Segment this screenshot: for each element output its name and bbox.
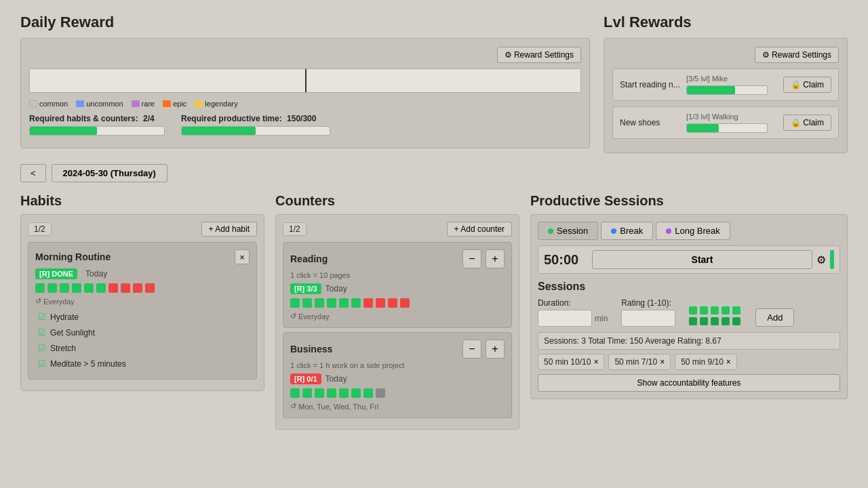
add-session-btn[interactable]: Add	[755, 308, 794, 327]
habit-dot	[72, 283, 81, 293]
counter-header-reading: Reading − +	[290, 249, 505, 268]
habits-title: Habits	[20, 193, 264, 209]
habit-frequency-0: ↺ Everyday	[35, 297, 250, 306]
counter-dot	[400, 298, 410, 308]
habit-dot	[60, 283, 69, 293]
legend-rare-label: rare	[142, 100, 155, 108]
lvl-reward-item-0: Start reading n... [3/5 lvl] Mike 🔒 Clai…	[612, 68, 839, 101]
counter-dot	[388, 298, 397, 308]
tab-session[interactable]: Session	[538, 222, 598, 240]
rating-input[interactable]	[621, 310, 675, 327]
habits-progress-fill	[30, 127, 97, 135]
tab-break[interactable]: Break	[601, 222, 653, 240]
claim-btn-1[interactable]: 🔒 Claim	[783, 115, 831, 131]
checkbox-icon-hydrate: ☑	[38, 312, 46, 322]
session-tags: 50 min 10/10 × 50 min 7/10 × 50 min 9/10…	[538, 354, 840, 370]
sessions-tab-row: Session Break Long Break	[538, 222, 840, 240]
counter-decrement-business[interactable]: −	[462, 340, 481, 359]
rating-dots	[689, 306, 742, 327]
lvl-reward-progress-fill-1	[687, 124, 719, 132]
reward-bar	[29, 68, 581, 93]
counter-dot	[302, 388, 312, 398]
stats-summary: Sessions: 3 Total Time: 150 Average Rati…	[538, 332, 840, 350]
session-tag-close-0[interactable]: ×	[593, 357, 598, 367]
daily-reward-settings-btn[interactable]: ⚙ Reward Settings	[497, 47, 581, 63]
sub-habits-0: ☑ Hydrate ☑ Get Sunlight ☑ Stretch ☑ Med…	[35, 310, 250, 371]
habit-title-0: Morning Routine	[35, 251, 111, 262]
counter-title-business: Business	[290, 344, 332, 354]
lvl-reward-progress-bg-1	[686, 123, 768, 133]
time-stat: Required productive time: 150/300	[181, 113, 330, 136]
lvl-rewards-settings-btn[interactable]: ⚙ Reward Settings	[755, 47, 839, 63]
timer-row: 50:00 Start ⚙	[538, 245, 840, 274]
timer-settings-btn[interactable]: ⚙	[816, 253, 826, 266]
habit-dot	[133, 283, 142, 293]
legend-uncommon: uncommon	[76, 100, 123, 108]
claim-btn-0[interactable]: 🔒 Claim	[783, 77, 831, 93]
sessions-title: Productive Sessions	[530, 193, 848, 209]
add-counter-btn[interactable]: + Add counter	[447, 222, 512, 237]
counter-dot	[351, 388, 361, 398]
counter-today-business: Today	[326, 374, 347, 384]
legend-common-dot	[29, 100, 37, 107]
daily-reward-title: Daily Reward	[20, 14, 590, 31]
counter-increment-business[interactable]: +	[486, 340, 505, 359]
counter-decrement-reading[interactable]: −	[462, 249, 481, 268]
rating-dot-8	[711, 317, 719, 325]
habit-card-0: Morning Routine × [R] DONE Today	[28, 242, 257, 380]
sessions-section: Productive Sessions Session Break Long B…	[530, 193, 848, 430]
counter-increment-reading[interactable]: +	[486, 249, 505, 268]
session-tag-close-2[interactable]: ×	[726, 357, 731, 367]
prev-date-btn[interactable]: <	[20, 164, 46, 182]
counter-frequency-business: ↺ Mon, Tue, Wed, Thu, Fri	[290, 402, 505, 411]
counter-dot	[339, 298, 349, 308]
time-progress-bg	[181, 126, 330, 136]
counters-top-bar: 1/2 + Add counter	[283, 222, 512, 237]
legend-epic-dot	[163, 100, 171, 107]
session-tag-0: 50 min 10/10 ×	[538, 354, 604, 370]
legend-rare-dot	[132, 100, 140, 107]
duration-input[interactable]	[538, 310, 592, 327]
session-tag-label-1: 50 min 7/10	[614, 357, 657, 367]
legend-rare: rare	[132, 100, 155, 108]
habits-stat: Required habits & counters: 2/4	[29, 113, 165, 136]
lvl-reward-info-1: [1/3 lvl] Walking	[686, 113, 778, 133]
habits-progress-bg	[29, 126, 165, 136]
habit-close-btn-0[interactable]: ×	[235, 249, 250, 264]
legend-row: common uncommon rare epic legendary	[29, 100, 581, 108]
habit-dot	[35, 283, 45, 293]
legend-uncommon-dot	[76, 100, 84, 107]
sessions-card: Session Break Long Break 50:00 Start ⚙ S…	[530, 214, 848, 399]
lvl-reward-info-0: [3/5 lvl] Mike	[686, 75, 778, 95]
timer-display: 50:00	[544, 252, 588, 268]
legend-uncommon-label: uncommon	[86, 100, 123, 108]
counter-header-business: Business − +	[290, 340, 505, 359]
rating-dot-10	[732, 317, 741, 325]
add-habit-btn[interactable]: + Add habit	[201, 222, 257, 237]
show-accountability-btn[interactable]: Show accountability features	[538, 374, 840, 392]
session-tag-1: 50 min 7/10 ×	[608, 354, 671, 370]
habit-dots-0	[35, 283, 250, 293]
rating-label: Rating (1-10):	[621, 298, 675, 308]
sub-habit-meditate-label: Meditate > 5 minutes	[50, 359, 126, 369]
counter-dot	[339, 388, 349, 398]
tab-long-break[interactable]: Long Break	[656, 222, 730, 240]
timer-end-bar	[830, 250, 834, 269]
rating-dot-9	[722, 317, 730, 325]
habits-top-bar: 1/2 + Add habit	[28, 222, 257, 237]
session-tag-close-1[interactable]: ×	[660, 357, 665, 367]
tab-long-break-label: Long Break	[675, 226, 720, 236]
rating-dots-container	[689, 306, 742, 327]
lvl-reward-name-0: Start reading n...	[620, 80, 681, 89]
session-tag-label-0: 50 min 10/10	[544, 357, 591, 367]
break-tab-dot	[611, 228, 616, 234]
legend-common: common	[29, 100, 68, 108]
habit-dot	[84, 283, 94, 293]
counter-dot-gray	[376, 388, 385, 398]
duration-unit: min	[595, 314, 608, 323]
counters-count: 1/2	[283, 222, 307, 236]
lvl-reward-label-0: [3/5 lvl] Mike	[686, 75, 778, 83]
counter-dots-business	[290, 388, 505, 398]
start-timer-btn[interactable]: Start	[592, 250, 812, 269]
current-date-btn[interactable]: 2024-05-30 (Thursday)	[52, 164, 167, 182]
